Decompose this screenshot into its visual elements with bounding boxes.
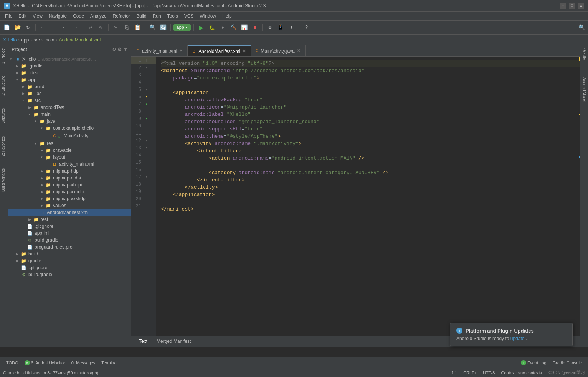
menu-file[interactable]: File bbox=[2, 13, 15, 20]
sdk-manager-button[interactable]: ⚙ bbox=[265, 23, 274, 32]
tree-item-gradle-hidden[interactable]: ▶ 📁 .gradle bbox=[8, 63, 131, 69]
tree-item-res[interactable]: ▾ 📁 res bbox=[8, 140, 131, 147]
back-button[interactable]: ← bbox=[38, 23, 48, 32]
menu-analyze[interactable]: Analyze bbox=[87, 13, 110, 20]
sync-tool-button[interactable]: ↻ bbox=[112, 47, 116, 52]
bottom-tab-todo[interactable]: TODO bbox=[3, 359, 21, 367]
tree-item-build-gradle-root[interactable]: ⚙ build.gradle bbox=[8, 271, 131, 278]
tab-close-activity-main[interactable]: ✕ bbox=[179, 48, 183, 53]
redo-button[interactable]: ↪ bbox=[96, 23, 106, 32]
tree-item-app[interactable]: ▾ 📁 app bbox=[8, 76, 131, 83]
stop-button[interactable]: ■ bbox=[250, 23, 259, 32]
tree-item-idea[interactable]: ▶ 📁 .idea bbox=[8, 69, 131, 76]
find-button[interactable]: 🔍 bbox=[148, 23, 157, 32]
menu-vcs[interactable]: VCS bbox=[181, 13, 197, 20]
tree-item-activity-main[interactable]: 🗋 activity_main.xml bbox=[8, 161, 131, 168]
avd-manager-button[interactable]: 📱 bbox=[276, 23, 285, 32]
paste-button[interactable]: 📋 bbox=[133, 23, 142, 32]
tree-item-mainactivity[interactable]: C A MainActivity bbox=[8, 132, 131, 140]
attach-button[interactable]: ⚡ bbox=[218, 23, 227, 32]
tree-item-appiml[interactable]: 📄 app.iml bbox=[8, 230, 131, 237]
replace-button[interactable]: 🔄 bbox=[159, 23, 168, 32]
breadcrumb-file[interactable]: AndroidManifest.xml bbox=[59, 37, 101, 43]
tree-item-xhello[interactable]: ▾ ■ XHello C:\Users\liuhaojie\AndroidStu… bbox=[8, 56, 131, 63]
editor-tab-androidmanifest[interactable]: 🗋 AndroidManifest.xml ✕ bbox=[188, 45, 251, 56]
side-tab-project[interactable]: 1: Project bbox=[0, 45, 8, 66]
tree-item-drawable[interactable]: ▶ 📁 drawable bbox=[8, 147, 131, 154]
breadcrumb-project[interactable]: XHello bbox=[3, 37, 17, 43]
bottom-tab-terminal[interactable]: Terminal bbox=[98, 359, 121, 367]
side-tab-favorites[interactable]: 2: Favorites bbox=[0, 134, 8, 158]
forward2-button[interactable]: → bbox=[71, 23, 80, 32]
side-tab-captures[interactable]: Captures bbox=[0, 106, 8, 126]
menu-code[interactable]: Code bbox=[70, 13, 87, 20]
side-tab-android-model[interactable]: Android Model bbox=[581, 74, 588, 105]
tree-item-mipmap-xxhdpi[interactable]: ▶ 📁 mipmap-xxhdpi bbox=[8, 188, 131, 195]
run-config-dropdown[interactable]: app ▾ bbox=[173, 24, 191, 31]
tree-item-mipmap-xxxhdpi[interactable]: ▶ 📁 mipmap-xxxhdpi bbox=[8, 195, 131, 202]
event-log-button[interactable]: 1 Event Log bbox=[518, 359, 550, 367]
sync-project-button[interactable]: ⬇ bbox=[287, 23, 296, 32]
open-button[interactable]: 📂 bbox=[13, 23, 22, 32]
notification-update-link[interactable]: update bbox=[510, 336, 525, 341]
menu-view[interactable]: View bbox=[30, 13, 46, 20]
tree-item-androidmanifest[interactable]: 🗋 AndroidManifest.xml bbox=[8, 209, 131, 216]
debug-button[interactable]: 🐛 bbox=[207, 23, 216, 32]
menu-help[interactable]: Help bbox=[219, 13, 235, 20]
tab-text[interactable]: Text bbox=[134, 337, 152, 346]
menu-window[interactable]: Window bbox=[197, 13, 219, 20]
menu-run[interactable]: Run bbox=[150, 13, 164, 20]
tree-item-mipmap-hdpi[interactable]: ▶ 📁 mipmap-hdpi bbox=[8, 168, 131, 175]
tree-item-build-gradle-app[interactable]: ⚙ build.gradle bbox=[8, 237, 131, 244]
tab-close-androidmanifest[interactable]: ✕ bbox=[243, 49, 246, 54]
side-tab-build-variants[interactable]: Build Variants bbox=[0, 166, 8, 194]
maximize-button[interactable]: □ bbox=[569, 3, 575, 9]
tree-item-package[interactable]: ▾ 📁 com.example.xhello bbox=[8, 125, 131, 132]
cut-button[interactable]: ✂ bbox=[111, 23, 121, 32]
forward-button[interactable]: → bbox=[49, 23, 58, 32]
close-button[interactable]: ✕ bbox=[578, 3, 584, 9]
copy-button[interactable]: ⎘ bbox=[122, 23, 131, 32]
breadcrumb-src[interactable]: src bbox=[33, 37, 40, 43]
tree-item-values[interactable]: ▶ 📁 values bbox=[8, 202, 131, 209]
bottom-tab-messages[interactable]: 0: Messages bbox=[68, 359, 98, 367]
build-button[interactable]: 🔨 bbox=[229, 23, 238, 32]
editor-tab-activity-main[interactable]: 🗋 activity_main.xml ✕ bbox=[131, 45, 188, 56]
tab-merged-manifest[interactable]: Merged Manifest bbox=[152, 337, 195, 346]
tree-item-gitignore-app[interactable]: 📄 .gitignore bbox=[8, 223, 131, 230]
breadcrumb-main[interactable]: main bbox=[44, 37, 54, 43]
tree-item-mipmap-xhdpi[interactable]: ▶ 📁 mipmap-xhdpi bbox=[8, 181, 131, 188]
breadcrumb-app[interactable]: app bbox=[21, 37, 29, 43]
menu-edit[interactable]: Edit bbox=[15, 13, 30, 20]
side-tab-structure[interactable]: 2: Structure bbox=[0, 74, 8, 98]
tree-item-layout[interactable]: ▾ 📁 layout bbox=[8, 154, 131, 161]
tree-item-build[interactable]: ▶ 📁 build bbox=[8, 83, 131, 90]
bottom-tab-android-monitor[interactable]: 6 6: Android Monitor bbox=[21, 359, 68, 367]
tree-item-main[interactable]: ▾ 📁 main bbox=[8, 111, 131, 118]
tab-close-mainactivity[interactable]: ✕ bbox=[297, 48, 301, 53]
menu-navigate[interactable]: Navigate bbox=[46, 13, 70, 20]
tree-item-src[interactable]: ▾ 📁 src bbox=[8, 97, 131, 104]
minimize-button[interactable]: ─ bbox=[560, 3, 566, 9]
undo-button[interactable]: ↩ bbox=[86, 23, 95, 32]
sync-button[interactable]: ↻ bbox=[23, 23, 33, 32]
settings-tool-button[interactable]: ⚙ bbox=[117, 47, 122, 52]
tree-item-gitignore-root[interactable]: 📄 .gitignore bbox=[8, 264, 131, 271]
menu-tools[interactable]: Tools bbox=[164, 13, 181, 20]
gradle-console-button[interactable]: Gradle Console bbox=[550, 359, 585, 367]
tree-item-build-root[interactable]: ▶ 📁 build bbox=[8, 250, 131, 257]
menu-build[interactable]: Build bbox=[133, 13, 150, 20]
side-tab-gradle[interactable]: Gradle bbox=[581, 45, 588, 63]
help-button[interactable]: ? bbox=[302, 23, 311, 32]
filter-tool-button[interactable]: ▼ bbox=[123, 47, 128, 52]
tree-item-gradle-root[interactable]: ▶ 📁 gradle bbox=[8, 257, 131, 264]
tree-item-mipmap-mdpi[interactable]: ▶ 📁 mipmap-mdpi bbox=[8, 175, 131, 181]
editor-tab-mainactivity[interactable]: C MainActivity.java ✕ bbox=[251, 45, 306, 56]
window-controls[interactable]: ─ □ ✕ bbox=[560, 3, 584, 9]
code-content[interactable]: <?xml version="1.0" encoding="utf-8"?> <… bbox=[156, 57, 583, 336]
menu-refactor[interactable]: Refactor bbox=[110, 13, 133, 20]
tree-item-libs[interactable]: ▶ 📁 libs bbox=[8, 90, 131, 97]
new-file-button[interactable]: 📄 bbox=[2, 23, 11, 32]
run-button[interactable]: ▶ bbox=[197, 23, 206, 32]
coverage-button[interactable]: 📊 bbox=[239, 23, 249, 32]
